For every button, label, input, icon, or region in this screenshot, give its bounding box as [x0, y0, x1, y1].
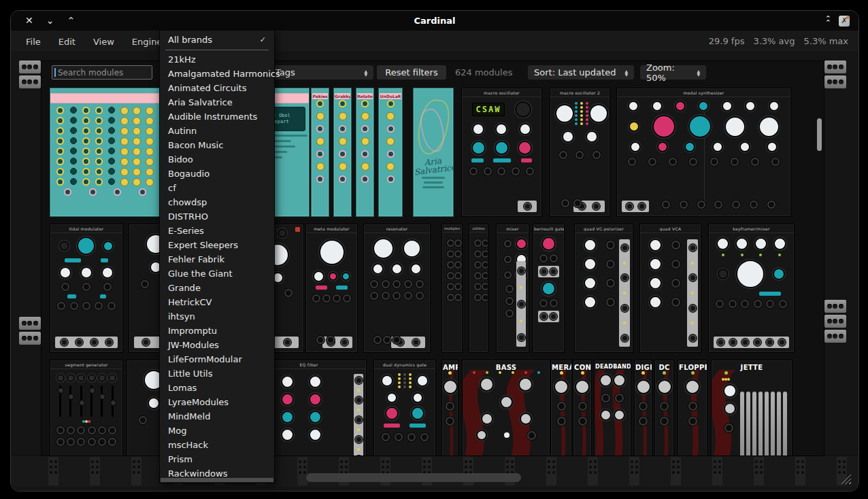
module-artwork	[551, 370, 571, 456]
rack-workspace: Tags ▲▼ Reset filters 624 modules Sort: …	[11, 51, 858, 491]
brand-menu-item-aria-salvatrice[interactable]: Aria Salvatrice	[160, 95, 274, 109]
module-title: AMP	[442, 360, 458, 373]
menu-item-file[interactable]: File	[17, 37, 50, 47]
module-keyframer-mixer[interactable]: keyframer/mixer	[708, 224, 795, 353]
brand-menu-item-bacon-music[interactable]: Bacon Music	[160, 138, 274, 152]
module-jette[interactable]: JETTE	[711, 360, 792, 456]
module-tidal-modulator[interactable]: tidal modulator	[50, 224, 123, 353]
horizontal-scrollbar[interactable]	[306, 473, 521, 482]
dropdown-scrollbar[interactable]	[161, 478, 273, 482]
collapse-all-icon[interactable]: ⌃⌃	[825, 17, 831, 25]
brand-menu-item-autinn[interactable]: Autinn	[160, 124, 274, 138]
module-pokies[interactable]: Pokies	[311, 88, 329, 217]
module-artwork	[533, 234, 564, 352]
module-undular[interactable]: UnDuLaR	[378, 88, 403, 217]
module-artwork	[640, 234, 701, 352]
module-rotatoes[interactable]: Rotatoes	[356, 88, 374, 217]
module-bass[interactable]: BASS	[462, 360, 550, 456]
module-quad-vca[interactable]: quad VCA	[639, 224, 701, 353]
brand-menu-item-fehler-fabrik[interactable]: Fehler Fabrik	[160, 252, 274, 266]
brand-menu-item-animated-circuits[interactable]: Animated Circuits	[160, 81, 274, 95]
module-bernoulli-gate[interactable]: bernoulli gate	[533, 224, 565, 353]
brand-menu-item-bidoo[interactable]: Bidoo	[160, 152, 274, 167]
titlebar: ✕ ⌄ ⌃ Cardinal ⌃⌃ ✗	[11, 11, 858, 31]
brand-menu-item-mschack[interactable]: mscHack	[160, 438, 274, 452]
brand-menu-item-amalgamated-harmonics[interactable]: Amalgamated Harmonics	[160, 67, 274, 81]
brand-menu-item-audible-instruments[interactable]: Audible Instruments	[160, 109, 274, 124]
module-title: keyframer/mixer	[709, 224, 794, 233]
module-title: bernoulli gate	[533, 224, 564, 233]
brand-menu-item-jw-modules[interactable]: JW-Modules	[160, 338, 274, 352]
module-artwork	[50, 234, 122, 352]
module-quad-vc-polarizer[interactable]: quad VC-polarizer	[574, 224, 633, 353]
module-artwork	[364, 234, 430, 352]
sort-select[interactable]: Sort: Last updated ▲▼	[528, 65, 634, 80]
module-mixer[interactable]: mixer	[496, 224, 529, 353]
module-title: macro oscillator 2	[550, 88, 610, 97]
search-input[interactable]	[56, 68, 152, 78]
module-conv[interactable]: CONV	[573, 360, 592, 456]
fps-value: 29.9 fps	[709, 36, 745, 46]
brand-menu-item-glue-the-giant[interactable]: Glue the Giant	[160, 266, 274, 281]
vertical-scrollbar[interactable]	[817, 118, 822, 151]
module-title: utilities	[469, 224, 488, 233]
brand-menu-item-chowdsp[interactable]: chowdsp	[160, 195, 274, 209]
brand-menu-item-little-utils[interactable]: Little Utils	[160, 366, 274, 381]
module-macro-oscillator-2[interactable]: macro oscillator 2	[550, 88, 610, 217]
module-title: resonator	[364, 224, 430, 233]
module-digi[interactable]: DIGI	[634, 360, 652, 456]
brand-menu-item-lyraemodules[interactable]: LyraeModules	[160, 395, 274, 409]
brand-menu-item-e-series[interactable]: E-Series	[160, 224, 274, 238]
module-resonator[interactable]: resonator	[363, 224, 431, 353]
brand-menu-item-lomas[interactable]: Lomas	[160, 381, 274, 395]
brand-menu-item-impromptu[interactable]: Impromptu	[160, 324, 274, 338]
module-segment-generator[interactable]: segment generator	[50, 360, 123, 456]
menu-item-edit[interactable]: Edit	[50, 37, 84, 47]
module-artwork	[575, 234, 633, 352]
module-title: multiples	[442, 224, 462, 233]
module-flopper[interactable]: FLOPPER	[678, 360, 707, 456]
cardinal-app-icon[interactable]: ✗	[839, 16, 850, 27]
brand-menu-item-distrho[interactable]: DISTRHO	[160, 209, 274, 224]
brand-menu-item-mindmeld[interactable]: MindMeld	[160, 409, 274, 424]
menu-item-view[interactable]: View	[84, 37, 123, 47]
module-dual-dynamics-gate[interactable]: dual dynamics gate	[373, 360, 436, 456]
brand-menu-item-lifeformmodular[interactable]: LifeFormModular	[160, 352, 274, 366]
module-macro-oscillator[interactable]: macro oscillatorCSAW	[461, 88, 542, 217]
brand-menu-item-prism[interactable]: Prism	[160, 452, 274, 466]
brand-menu-item-bogaudio[interactable]: Bogaudio	[160, 167, 274, 181]
module-artwork	[469, 234, 488, 352]
module-modal-synthesizer[interactable]: modal synthesizer	[616, 88, 791, 217]
module-aria-salvatrice[interactable]: AriaSalvatrice	[413, 88, 454, 217]
module-artwork	[312, 98, 329, 216]
brand-menu-item-cf[interactable]: cf	[160, 181, 274, 195]
brand-menu-item-grande[interactable]: Grande	[160, 281, 274, 295]
module-artwork	[617, 98, 790, 216]
module-title: quad VC-polarizer	[575, 224, 633, 233]
module-dc[interactable]: DC	[654, 360, 674, 456]
module-amp[interactable]: AMP	[441, 360, 458, 456]
brand-menu-item-mog[interactable]: Mog	[160, 424, 274, 438]
module-title: BASS	[463, 360, 550, 373]
module-title: quad VCA	[640, 224, 701, 233]
reset-filters-button[interactable]: Reset filters	[377, 65, 446, 80]
performance-stats: 29.9 fps 3.3% avg 5.3% max	[709, 36, 848, 46]
brand-menu-item-ihtsyn[interactable]: ihtsyn	[160, 309, 274, 324]
module-meta-modulator[interactable]: meta modulator	[305, 224, 358, 353]
module-multiples[interactable]: multiples	[441, 224, 463, 353]
brand-menu-item-expert-sleepers[interactable]: Expert Sleepers	[160, 238, 274, 252]
tags-select[interactable]: Tags ▲▼	[269, 65, 373, 80]
module-panel[interactable]	[50, 88, 161, 217]
cpu-max-value: 5.3% max	[804, 36, 848, 46]
module-artwork	[595, 370, 631, 456]
module-mera[interactable]: MERA	[550, 360, 572, 456]
module-grabby[interactable]: Grabby	[333, 88, 352, 217]
brand-menu-item-21khz[interactable]: 21kHz	[160, 52, 274, 67]
module-title: segment generator	[50, 360, 122, 369]
module-utilities[interactable]: utilities	[469, 224, 488, 353]
brand-menu-item-all-brands[interactable]: All brands ✓	[160, 31, 274, 49]
zoom-select[interactable]: Zoom: 50% ▲▼	[640, 65, 706, 80]
module-artwork: CSAW	[462, 98, 541, 216]
brand-menu-item-hetrickcv[interactable]: HetrickCV	[160, 295, 274, 309]
module-deadband[interactable]: DEADBAND	[594, 360, 631, 456]
